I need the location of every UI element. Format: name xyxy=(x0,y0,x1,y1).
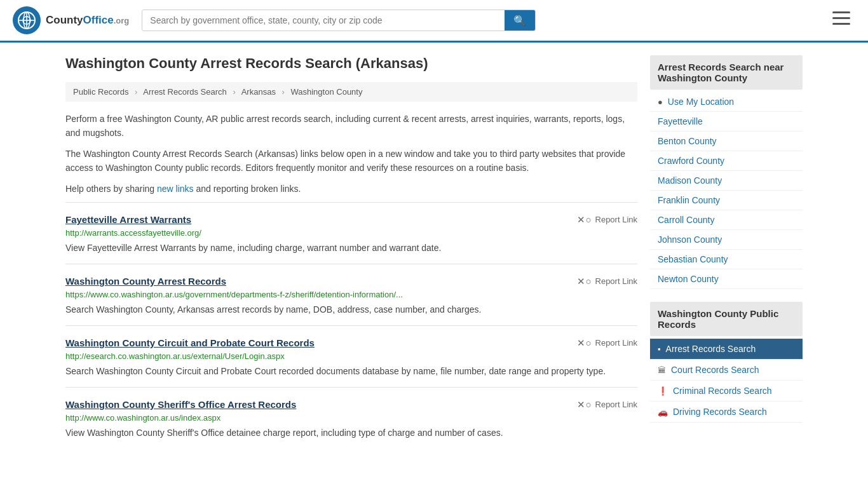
sidebar-driving-records[interactable]: 🚗 Driving Records Search xyxy=(650,402,803,423)
svg-rect-5 xyxy=(832,11,850,13)
logo-text: CountyOffice.org xyxy=(46,14,129,27)
driving-records-icon: 🚗 xyxy=(658,407,668,417)
sidebar-item-newton[interactable]: Newton County xyxy=(650,269,803,289)
result-url-1[interactable]: http://warrants.accessfayetteville.org/ xyxy=(65,228,637,238)
sidebar-item-crawford[interactable]: Crawford County xyxy=(650,151,803,171)
report-link-icon-2: ✕○ xyxy=(577,276,591,287)
report-link-3[interactable]: ✕○ Report Link xyxy=(577,337,637,349)
sidebar-arrest-records[interactable]: ▪ Arrest Records Search xyxy=(650,339,803,360)
breadcrumb-washington-county[interactable]: Washington County xyxy=(290,87,362,97)
sidebar: Arrest Records Search near Washington Co… xyxy=(650,55,803,449)
use-my-location[interactable]: ● Use My Location xyxy=(650,92,803,112)
result-header-2: Washington County Arrest Records ✕○ Repo… xyxy=(65,276,637,287)
report-link-1[interactable]: ✕○ Report Link xyxy=(577,214,637,226)
sidebar-item-carroll[interactable]: Carroll County xyxy=(650,210,803,230)
result-title-4[interactable]: Washington County Sheriff's Office Arres… xyxy=(65,399,296,410)
result-item-3: Washington County Circuit and Probate Co… xyxy=(65,325,637,387)
result-item-4: Washington County Sheriff's Office Arres… xyxy=(65,387,637,449)
report-link-icon-1: ✕○ xyxy=(577,214,591,226)
report-link-icon-3: ✕○ xyxy=(577,337,591,349)
result-url-3[interactable]: http://esearch.co.washington.ar.us/exter… xyxy=(65,351,637,361)
result-url-2[interactable]: https://www.co.washington.ar.us/governme… xyxy=(65,290,637,299)
main-container: Washington County Arrest Records Search … xyxy=(53,43,815,461)
search-icon: 🔍 xyxy=(513,15,526,26)
breadcrumb-sep-3: › xyxy=(282,87,285,97)
site-logo[interactable]: CountyOffice.org xyxy=(13,6,129,34)
description-2: The Washington County Arrest Records Sea… xyxy=(65,147,637,175)
svg-rect-7 xyxy=(832,23,850,25)
breadcrumb-sep-1: › xyxy=(135,87,137,97)
report-link-2[interactable]: ✕○ Report Link xyxy=(577,276,637,287)
result-title-2[interactable]: Washington County Arrest Records xyxy=(65,276,226,287)
svg-rect-6 xyxy=(832,17,850,19)
sidebar-item-benton[interactable]: Benton County xyxy=(650,132,803,151)
sidebar-item-sebastian[interactable]: Sebastian County xyxy=(650,250,803,269)
use-my-location-link[interactable]: Use My Location xyxy=(668,97,734,107)
result-desc-4: View Washington County Sheriff's Office … xyxy=(65,426,637,440)
logo-icon xyxy=(13,6,41,34)
description-3: Help others by sharing new links and rep… xyxy=(65,182,637,196)
description-1: Perform a free Washington County, AR pub… xyxy=(65,112,637,140)
result-desc-2: Search Washington County, Arkansas arres… xyxy=(65,303,637,316)
sidebar-item-fayetteville[interactable]: Fayetteville xyxy=(650,112,803,132)
report-link-icon-4: ✕○ xyxy=(577,399,591,410)
breadcrumb-arkansas[interactable]: Arkansas xyxy=(241,87,276,97)
sidebar-court-records[interactable]: 🏛 Court Records Search xyxy=(650,360,803,381)
site-header: CountyOffice.org 🔍 xyxy=(0,0,868,43)
breadcrumb: Public Records › Arrest Records Search ›… xyxy=(65,82,637,102)
breadcrumb-sep-2: › xyxy=(233,87,235,97)
sidebar-criminal-records[interactable]: ❗ Criminal Records Search xyxy=(650,381,803,402)
public-records-header: Washington County Public Records xyxy=(650,302,803,336)
result-item-1: Fayetteville Arrest Warrants ✕○ Report L… xyxy=(65,202,637,264)
arrest-records-icon: ▪ xyxy=(658,344,661,354)
breadcrumb-arrest-records[interactable]: Arrest Records Search xyxy=(143,87,227,97)
breadcrumb-public-records[interactable]: Public Records xyxy=(73,87,128,97)
search-bar: 🔍 xyxy=(142,10,536,31)
sidebar-item-johnson[interactable]: Johnson County xyxy=(650,230,803,250)
court-records-icon: 🏛 xyxy=(658,365,666,375)
result-header-4: Washington County Sheriff's Office Arres… xyxy=(65,399,637,410)
sidebar-item-franklin[interactable]: Franklin County xyxy=(650,191,803,210)
result-header-3: Washington County Circuit and Probate Co… xyxy=(65,337,637,349)
new-links-link[interactable]: new links xyxy=(157,184,194,194)
report-link-4[interactable]: ✕○ Report Link xyxy=(577,399,637,410)
result-title-1[interactable]: Fayetteville Arrest Warrants xyxy=(65,214,191,225)
page-title: Washington County Arrest Records Search … xyxy=(65,55,637,72)
result-desc-3: Search Washington County Circuit and Pro… xyxy=(65,365,637,378)
result-url-4[interactable]: http://www.co.washington.ar.us/index.asp… xyxy=(65,413,637,423)
sidebar-item-madison[interactable]: Madison County xyxy=(650,171,803,191)
location-icon: ● xyxy=(658,97,663,107)
result-header-1: Fayetteville Arrest Warrants ✕○ Report L… xyxy=(65,214,637,226)
result-desc-1: View Fayetteville Arrest Warrants by nam… xyxy=(65,241,637,255)
public-records-section: Washington County Public Records ▪ Arres… xyxy=(650,302,803,423)
search-input[interactable] xyxy=(142,10,505,30)
menu-button[interactable] xyxy=(827,9,855,32)
result-title-3[interactable]: Washington County Circuit and Probate Co… xyxy=(65,337,315,348)
content-area: Washington County Arrest Records Search … xyxy=(65,55,637,449)
nearby-header: Arrest Records Search near Washington Co… xyxy=(650,55,803,90)
result-item-2: Washington County Arrest Records ✕○ Repo… xyxy=(65,264,637,325)
criminal-records-icon: ❗ xyxy=(658,386,668,396)
search-button[interactable]: 🔍 xyxy=(505,10,535,30)
nearby-section: Arrest Records Search near Washington Co… xyxy=(650,55,803,289)
